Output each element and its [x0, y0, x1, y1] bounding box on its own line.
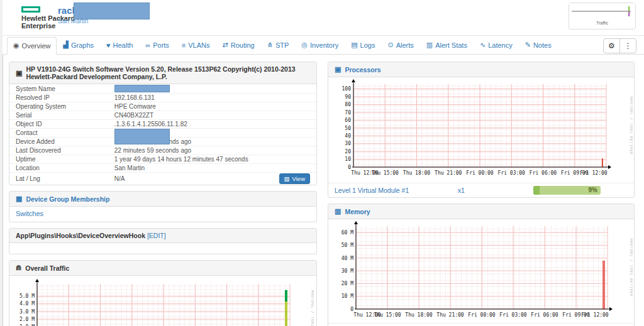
svg-text:Fri 00:00: Fri 00:00 — [468, 312, 496, 318]
svg-text:80: 80 — [345, 102, 351, 107]
svg-text:Thu 15:00: Thu 15:00 — [374, 312, 401, 318]
svg-text:0: 0 — [348, 165, 351, 170]
tab-label: Inventory — [310, 41, 338, 49]
field-label: Resolved IP — [16, 94, 114, 101]
processor-usage-label: 9% — [589, 187, 597, 193]
bars-icon: ≡ — [182, 41, 186, 49]
field-value: 192.168.6.131 — [114, 94, 310, 101]
tab-logs[interactable]: ▤Logs — [345, 36, 381, 54]
device-icon: ▣ — [16, 69, 22, 77]
svg-text:10: 10 — [345, 156, 351, 162]
tab-overview[interactable]: ◉Overview — [7, 37, 57, 55]
svg-text:Fri 03:00: Fri 03:00 — [498, 170, 526, 176]
exclamation-circle-icon: ⊙ — [387, 41, 393, 49]
plugin-hook-edit-link[interactable]: [EDIT] — [147, 232, 166, 239]
overall-traffic-header: ⋒ Overall Traffic — [9, 261, 316, 276]
tab-label: Notes — [533, 41, 552, 49]
hpe-green-rectangle-icon — [21, 6, 40, 13]
heart-icon: ♥ — [106, 41, 111, 49]
bar-chart-icon: ▥ — [426, 41, 433, 49]
processor-multiplier-link[interactable]: x1 — [458, 187, 533, 194]
redacted-value — [114, 129, 170, 144]
memory-panel: ▥ Memory 60 M50 M40 M30 M20 M10 M0Thu 12… — [328, 204, 635, 326]
svg-text:5.0 M: 5.0 M — [19, 293, 35, 299]
page-header: Hewlett Packard Enterprise rack1 San Mar… — [3, 0, 644, 36]
mini-traffic-sparkline[interactable] — [569, 3, 635, 22]
device-groups-panel: ▦ Device Group Membership Switches — [9, 191, 317, 222]
memory-row: Level 1 Virtual Module #1 59% — [328, 323, 634, 326]
field-label: Object ID — [16, 121, 114, 128]
field-value: .1.3.6.1.4.1.25506.11.1.82 — [114, 121, 310, 128]
svg-text:Thu 15:00: Thu 15:00 — [372, 170, 399, 176]
tab-latency[interactable]: ∿Latency — [474, 36, 519, 54]
field-value-text: CN40BX22ZT — [114, 112, 153, 119]
tab-notes[interactable]: ✎Notes — [519, 36, 558, 54]
tab-graphs[interactable]: ▟Graphs — [57, 36, 100, 54]
svg-text:90: 90 — [345, 94, 351, 100]
memory-graph[interactable]: 60 M50 M40 M30 M20 M10 M0Thu 12:00Thu 15… — [331, 221, 633, 323]
processors-graph[interactable]: 1009080706050403020100Thu 12:00Thu 15:00… — [331, 79, 633, 183]
tab-ports[interactable]: ∞Ports — [139, 37, 175, 54]
field-value-text: .1.3.6.1.4.1.25506.11.1.82 — [114, 121, 187, 128]
more-options-button[interactable]: ⋮ — [619, 38, 636, 53]
kebab-menu-icon: ⋮ — [625, 41, 632, 50]
memory-chip-icon: ▥ — [335, 207, 341, 215]
header-mini-traffic-graph[interactable]: Traffic — [569, 3, 636, 30]
processor-row: Level 1 Virtual Module #1 x1 9% — [328, 183, 634, 197]
rrdtool-watermark: RRDTOOL / TOBI OETIKER — [311, 290, 314, 326]
svg-text:Thu 18:00: Thu 18:00 — [403, 170, 431, 176]
svg-text:70: 70 — [345, 110, 351, 116]
tab-routing[interactable]: ⇄Routing — [216, 36, 261, 54]
field-value-text: San Martin — [114, 165, 145, 171]
settings-gear-button[interactable]: ⚙ — [603, 38, 620, 53]
device-group-link-switches[interactable]: Switches — [16, 210, 43, 217]
gear-icon: ⚙ — [608, 41, 615, 50]
field-label: Contact — [16, 129, 114, 136]
svg-text:10 M: 10 M — [341, 293, 353, 299]
lightbulb-icon: ◉ — [13, 41, 19, 50]
tab-stp[interactable]: ⋔STP — [261, 36, 296, 54]
field-value: 22 minutes 59 seconds ago — [114, 147, 310, 154]
svg-text:Fri 12:00: Fri 12:00 — [580, 170, 608, 176]
device-groups-header: ▦ Device Group Membership — [9, 192, 316, 207]
view-map-button[interactable]: ▧View — [279, 173, 310, 184]
left-column: ▣ HP V1910-24G Switch Software Version 5… — [9, 62, 317, 326]
tab-label: Logs — [360, 41, 375, 49]
view-button-label: View — [292, 175, 305, 182]
field-value-text: 1 year 49 days 14 hours 12 minutes 47 se… — [114, 156, 248, 163]
svg-text:60 M: 60 M — [341, 230, 353, 236]
overall-traffic-panel: ⋒ Overall Traffic 5.0 M4.0 M3.0 M2.0 M1.… — [9, 260, 317, 326]
svg-text:100: 100 — [342, 86, 352, 92]
tab-vlans[interactable]: ≡VLANs — [175, 37, 216, 54]
svg-text:Thu 21:00: Thu 21:00 — [435, 170, 462, 176]
rrdtool-watermark: RRDTOOL / TOBI OETIKER — [630, 97, 633, 155]
right-column: ▣ Processors 1009080706050403020100Thu 1… — [328, 62, 635, 326]
tab-alert-stats[interactable]: ▥Alert Stats — [420, 36, 474, 54]
random-icon: ⇄ — [223, 41, 228, 49]
overall-traffic-graph[interactable]: 5.0 M4.0 M3.0 M2.0 M1.0 M0.0-1.0 MRRDTOO… — [12, 278, 314, 326]
processors-panel: ▣ Processors 1009080706050403020100Thu 1… — [328, 62, 635, 198]
device-info-row: Uptime1 year 49 days 14 hours 12 minutes… — [9, 155, 316, 163]
tab-label: Latency — [488, 41, 513, 49]
svg-text:20 M: 20 M — [341, 281, 353, 286]
field-value: 1 year 49 days 14 hours 12 minutes 47 se… — [114, 156, 310, 163]
processor-link[interactable]: Level 1 Virtual Module #1 — [335, 187, 458, 194]
device-info-row: Last Discovered22 minutes 59 seconds ago — [9, 146, 316, 155]
device-info-row: LocationSan Martin — [9, 163, 316, 172]
field-value: CN40BX22ZT — [114, 112, 310, 119]
svg-text:20: 20 — [345, 149, 351, 155]
device-groups-title: Device Group Membership — [26, 195, 109, 203]
tab-inventory[interactable]: ◎Inventory — [295, 36, 345, 54]
tab-label: Routing — [231, 41, 255, 49]
device-info-row: Resolved IP192.168.6.131 — [9, 93, 316, 102]
svg-text:Fri 06:00: Fri 06:00 — [531, 312, 558, 318]
field-label: Serial — [16, 112, 114, 119]
map-icon: ▧ — [284, 175, 290, 182]
field-label: Device Added — [16, 138, 114, 145]
area-chart-icon: ▟ — [63, 41, 68, 49]
line-chart-icon: ∿ — [480, 41, 486, 49]
tab-health[interactable]: ♥Health — [100, 37, 139, 54]
tab-alerts[interactable]: ⊙Alerts — [381, 36, 419, 54]
overall-traffic-title: Overall Traffic — [25, 264, 69, 272]
tab-label: Overview — [22, 42, 51, 50]
